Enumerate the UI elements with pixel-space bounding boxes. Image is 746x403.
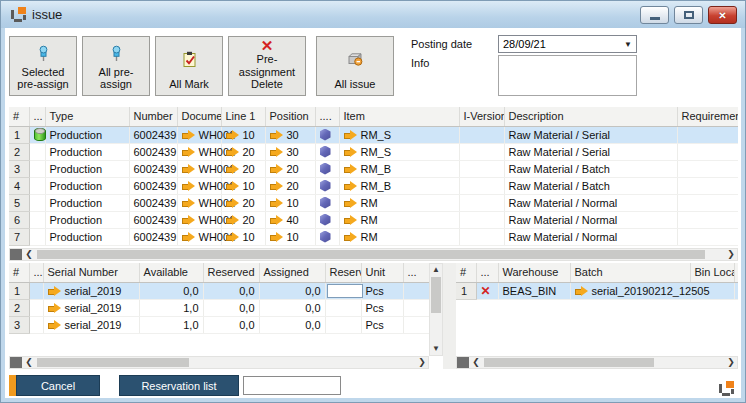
link-arrow-icon[interactable] bbox=[344, 147, 358, 157]
scrollbar-thumb[interactable] bbox=[484, 358, 654, 367]
cell-reserve[interactable] bbox=[325, 282, 361, 299]
cell-type[interactable]: Production bbox=[45, 228, 129, 245]
link-arrow-icon[interactable] bbox=[344, 164, 358, 174]
row-number[interactable]: 1 bbox=[456, 282, 476, 299]
cell-description[interactable]: Raw Material / Batch bbox=[504, 177, 677, 194]
all-issue-button[interactable]: All issue bbox=[316, 36, 394, 96]
table-row[interactable]: 1Production6002439WH0011030RM_SRaw Mater… bbox=[9, 126, 738, 143]
cell-iversion[interactable] bbox=[459, 211, 504, 228]
selected-pre-assign-button[interactable]: Selected pre-assign bbox=[9, 36, 77, 96]
column-header[interactable]: Requirement bbox=[677, 107, 738, 126]
link-arrow-icon[interactable] bbox=[270, 181, 284, 191]
cell-line1[interactable]: 20 bbox=[221, 194, 265, 211]
link-arrow-icon[interactable] bbox=[226, 198, 240, 208]
scroll-right-icon[interactable]: ❯ bbox=[416, 357, 428, 368]
table-row[interactable]: 3Production6002439WH0012020RM_BRaw Mater… bbox=[9, 160, 738, 177]
column-header[interactable]: Assigned bbox=[259, 263, 325, 282]
serial-grid-vscrollbar[interactable]: ▲ ▼ bbox=[429, 263, 443, 356]
link-arrow-icon[interactable] bbox=[344, 181, 358, 191]
cell-document[interactable]: WH001 bbox=[177, 143, 221, 160]
row-number[interactable]: 3 bbox=[9, 160, 29, 177]
cell-assigned[interactable]: 0,0 bbox=[259, 299, 325, 316]
cell-reserved[interactable]: 0,0 bbox=[203, 282, 259, 299]
cell-position[interactable]: 10 bbox=[265, 194, 315, 211]
cell-batch[interactable]: serial_20190212_12505 bbox=[570, 282, 690, 299]
cell-description[interactable]: Raw Material / Serial bbox=[504, 126, 677, 143]
column-header[interactable]: # bbox=[9, 107, 29, 126]
link-arrow-icon[interactable] bbox=[344, 215, 358, 225]
cell-item[interactable]: RM bbox=[339, 194, 459, 211]
cell-requirement[interactable] bbox=[677, 177, 738, 194]
scroll-down-icon[interactable]: ▼ bbox=[430, 343, 442, 355]
cell-document[interactable]: WH001 bbox=[177, 177, 221, 194]
cell-line1[interactable]: 10 bbox=[221, 177, 265, 194]
cell-serial-number[interactable]: serial_2019 bbox=[43, 316, 139, 333]
link-arrow-icon[interactable] bbox=[182, 130, 196, 140]
column-header[interactable]: Quantity bbox=[734, 263, 738, 282]
cell-iversion[interactable] bbox=[459, 160, 504, 177]
table-row[interactable]: 2serial_20191,00,00,0Pcs bbox=[9, 299, 429, 316]
cell-description[interactable]: Raw Material / Normal bbox=[504, 194, 677, 211]
column-header[interactable]: Unit bbox=[361, 263, 403, 282]
row-number[interactable]: 5 bbox=[9, 194, 29, 211]
cell-extra[interactable] bbox=[403, 299, 429, 316]
cell-reserved[interactable]: 0,0 bbox=[203, 299, 259, 316]
column-header[interactable]: # bbox=[456, 263, 476, 282]
cell-item[interactable]: RM_S bbox=[339, 126, 459, 143]
column-header[interactable]: ... bbox=[403, 263, 429, 282]
link-arrow-icon[interactable] bbox=[344, 198, 358, 208]
cell-line1[interactable]: 20 bbox=[221, 143, 265, 160]
cell-reserve[interactable] bbox=[325, 316, 361, 333]
cell-document[interactable]: WH001 bbox=[177, 126, 221, 143]
all-mark-button[interactable]: All Mark bbox=[155, 36, 223, 96]
cell-line1[interactable]: 20 bbox=[221, 160, 265, 177]
cell-item[interactable]: RM bbox=[339, 211, 459, 228]
link-arrow-icon[interactable] bbox=[48, 320, 62, 330]
link-arrow-icon[interactable] bbox=[270, 130, 284, 140]
link-arrow-icon[interactable] bbox=[226, 130, 240, 140]
column-header[interactable]: # bbox=[9, 263, 29, 282]
cell-unit[interactable]: Pcs bbox=[361, 282, 403, 299]
cell-item[interactable]: RM_B bbox=[339, 160, 459, 177]
minimize-button[interactable] bbox=[640, 6, 669, 24]
cell-type[interactable]: Production bbox=[45, 126, 129, 143]
serial-grid-hscrollbar[interactable]: ❮ ❯ bbox=[9, 356, 429, 369]
info-textarea[interactable] bbox=[498, 55, 637, 96]
link-arrow-icon[interactable] bbox=[182, 164, 196, 174]
row-number[interactable]: 3 bbox=[9, 316, 29, 333]
table-row[interactable]: 3serial_20191,00,00,0Pcs bbox=[9, 316, 429, 333]
cell-assigned[interactable]: 0,0 bbox=[259, 282, 325, 299]
cell-serial-number[interactable]: serial_2019 bbox=[43, 282, 139, 299]
column-header[interactable]: Document bbox=[177, 107, 221, 126]
reservation-list-button[interactable]: Reservation list bbox=[119, 375, 239, 396]
main-grid-hscrollbar[interactable]: ❮ ❯ bbox=[9, 248, 738, 261]
all-pre-assign-button[interactable]: All pre-assign bbox=[82, 36, 150, 96]
column-header[interactable]: ... bbox=[29, 107, 45, 126]
link-arrow-icon[interactable] bbox=[48, 303, 62, 313]
row-number[interactable]: 2 bbox=[9, 143, 29, 160]
scrollbar-thumb[interactable] bbox=[37, 358, 189, 367]
column-header[interactable]: Batch bbox=[570, 263, 690, 282]
cell-description[interactable]: Raw Material / Normal bbox=[504, 211, 677, 228]
link-arrow-icon[interactable] bbox=[270, 232, 284, 242]
footer-input[interactable] bbox=[243, 376, 341, 395]
column-header[interactable]: Line 1 bbox=[221, 107, 265, 126]
cell-requirement[interactable] bbox=[677, 160, 738, 177]
cell-item[interactable]: RM_S bbox=[339, 143, 459, 160]
column-header[interactable]: Number bbox=[129, 107, 177, 126]
scroll-right-icon[interactable]: ❯ bbox=[725, 357, 737, 368]
link-arrow-icon[interactable] bbox=[226, 147, 240, 157]
cell-type[interactable]: Production bbox=[45, 143, 129, 160]
link-arrow-icon[interactable] bbox=[344, 130, 358, 140]
column-header[interactable]: Description bbox=[504, 107, 677, 126]
link-arrow-icon[interactable] bbox=[182, 198, 196, 208]
column-header[interactable]: Warehouse bbox=[498, 263, 570, 282]
cell-document[interactable]: WH001 bbox=[177, 160, 221, 177]
cell-type[interactable]: Production bbox=[45, 177, 129, 194]
cell-number[interactable]: 6002439 bbox=[129, 211, 177, 228]
cell-available[interactable]: 0,0 bbox=[139, 282, 203, 299]
scrollbar-thumb[interactable] bbox=[431, 277, 441, 313]
cell-line1[interactable]: 20 bbox=[221, 211, 265, 228]
scroll-right-icon[interactable]: ❯ bbox=[725, 249, 737, 260]
cell-position[interactable]: 30 bbox=[265, 126, 315, 143]
